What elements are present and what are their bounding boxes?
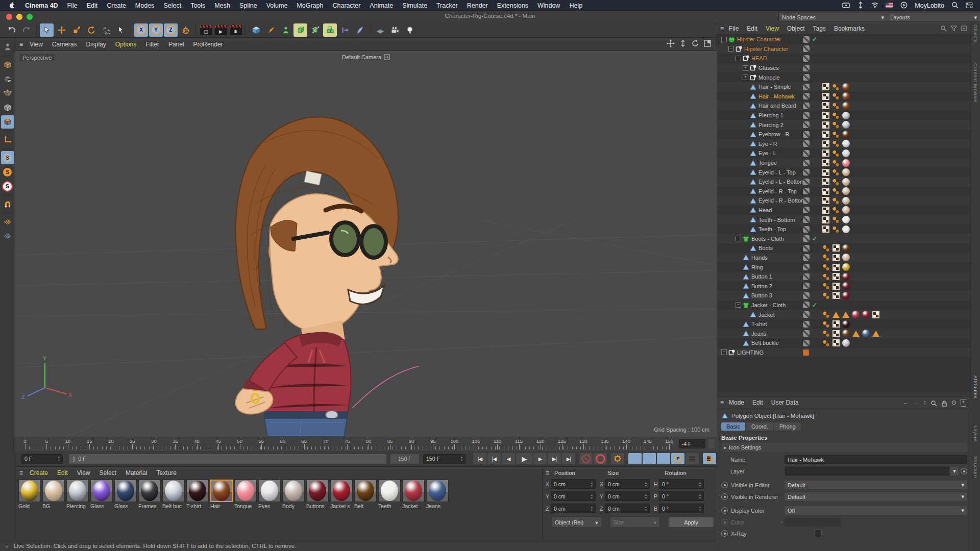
- weight-tag-icon[interactable]: [832, 92, 840, 100]
- expand-toggle-icon[interactable]: −: [736, 302, 741, 308]
- viewport-dolly-icon[interactable]: [679, 39, 687, 49]
- object-row[interactable]: Belt buckle: [717, 338, 971, 348]
- material-menu-texture[interactable]: Texture: [152, 469, 181, 477]
- object-row[interactable]: Jeans: [717, 329, 971, 338]
- material-t-shirt[interactable]: T-shirt: [186, 480, 209, 519]
- weight-tag-icon[interactable]: [832, 226, 840, 233]
- record-scale-toggle[interactable]: [643, 453, 656, 464]
- phong-tag-icon[interactable]: [872, 311, 879, 318]
- screen-record-icon[interactable]: [842, 2, 850, 10]
- edit-toggle-icon[interactable]: [803, 264, 810, 270]
- edit-toggle-icon[interactable]: [803, 340, 810, 346]
- material-menu-create[interactable]: Create: [25, 469, 53, 477]
- viewport-menu-panel[interactable]: Panel: [164, 41, 189, 48]
- edit-toggle-icon[interactable]: [803, 150, 810, 157]
- goto-end-button[interactable]: ▶|: [562, 453, 575, 464]
- edit-toggle-icon[interactable]: [803, 169, 810, 176]
- scale-icon[interactable]: [69, 23, 83, 37]
- pose-tag-icon[interactable]: [832, 312, 840, 318]
- material-tag-icon[interactable]: [842, 187, 850, 195]
- size-z-input[interactable]: 0 cm▴▾: [605, 504, 650, 513]
- menu-tools[interactable]: Tools: [186, 2, 210, 9]
- menu-mesh[interactable]: Mesh: [210, 2, 235, 9]
- record-active-objects-button[interactable]: [579, 453, 593, 464]
- node-spaces-dropdown[interactable]: Node Spaces▾: [778, 13, 888, 22]
- world-coordinate-icon[interactable]: [179, 23, 192, 37]
- hamburger-icon[interactable]: ≡: [546, 469, 549, 477]
- bookmark-add-icon[interactable]: [961, 25, 967, 32]
- animation-dot-icon[interactable]: [721, 482, 728, 488]
- generator-icon[interactable]: [279, 23, 292, 37]
- search-icon[interactable]: [930, 400, 937, 407]
- material-jacket[interactable]: Jacket: [402, 480, 425, 519]
- xray-checkbox[interactable]: [814, 530, 822, 537]
- phong-tag-icon[interactable]: [822, 159, 829, 166]
- phong-tag-icon[interactable]: [822, 197, 829, 204]
- lock-z-icon[interactable]: Z: [164, 23, 178, 37]
- edit-toggle-icon[interactable]: [803, 226, 810, 233]
- menu-edit[interactable]: Edit: [82, 2, 103, 9]
- next-frame-button[interactable]: ▶: [533, 453, 547, 464]
- spline-pen-icon[interactable]: [264, 23, 278, 37]
- keyframe-selection-button[interactable]: [611, 453, 624, 464]
- timeline-ruler[interactable]: 0510152025303540455055606570758085909510…: [15, 437, 717, 452]
- undo-icon[interactable]: [5, 23, 18, 37]
- last-tool-icon[interactable]: [114, 23, 128, 37]
- expand-toggle-icon[interactable]: −: [736, 56, 741, 61]
- object-row[interactable]: Eyelid - L - Bottom: [717, 177, 971, 187]
- model-mode-icon[interactable]: [1, 58, 14, 71]
- expand-toggle-icon[interactable]: +: [743, 74, 748, 80]
- material-tag-icon[interactable]: [842, 83, 850, 91]
- object-row[interactable]: Hair and Beard: [717, 101, 971, 111]
- workplane-icon[interactable]: [1, 215, 14, 229]
- size-y-input[interactable]: 0 cm▴▾: [605, 491, 650, 501]
- viewport-menu-filter[interactable]: Filter: [141, 41, 164, 48]
- menu-modes[interactable]: Modes: [131, 2, 159, 9]
- phong-tag-icon[interactable]: [822, 140, 829, 147]
- position-x-input[interactable]: 0 cm▴▾: [551, 479, 596, 489]
- object-row[interactable]: −Hipster Character: [717, 44, 971, 54]
- menubar-username[interactable]: MoyLobito: [915, 2, 944, 9]
- phong-tag-icon[interactable]: [822, 207, 829, 214]
- material-frames[interactable]: Frames: [138, 480, 161, 519]
- coordinate-mode-dropdown[interactable]: Object (Rel)▾: [552, 517, 601, 527]
- weight-tag-icon[interactable]: [832, 102, 840, 110]
- animation-dot-icon[interactable]: [721, 493, 728, 500]
- edit-toggle-icon[interactable]: [803, 121, 810, 128]
- material-tag-icon[interactable]: [842, 226, 850, 233]
- edit-toggle-icon[interactable]: [803, 330, 810, 337]
- edit-toggle-icon[interactable]: [803, 216, 810, 223]
- animation-dot-icon[interactable]: [721, 530, 728, 537]
- enable-axis-icon[interactable]: [1, 133, 14, 146]
- material-teeth[interactable]: Teeth: [378, 480, 401, 519]
- position-y-input[interactable]: 0 cm▴▾: [551, 491, 596, 501]
- phong-tag-icon[interactable]: [822, 121, 829, 129]
- control-center-icon[interactable]: [966, 2, 973, 10]
- rotation-b-input[interactable]: 0 °▴▾: [659, 504, 704, 513]
- material-tag-icon[interactable]: [842, 168, 850, 176]
- object-row[interactable]: Eyelid - R - Bottom: [717, 196, 971, 206]
- previous-key-button[interactable]: |◀: [487, 453, 501, 464]
- phong-tag-icon[interactable]: [822, 226, 829, 233]
- material-glass[interactable]: Glass: [90, 480, 113, 519]
- material-hair[interactable]: Hair: [210, 480, 233, 519]
- size-mode-dropdown[interactable]: Size▾: [610, 517, 660, 527]
- phong-tag-icon[interactable]: [822, 83, 829, 90]
- us-flag-icon[interactable]: [886, 2, 893, 10]
- lock-y-icon[interactable]: Y: [149, 23, 163, 37]
- om-menu-tags[interactable]: Tags: [809, 25, 830, 32]
- side-tab-objects[interactable]: Objects: [973, 24, 978, 43]
- material-gold[interactable]: Gold: [18, 480, 41, 519]
- target-icon[interactable]: ⊙: [951, 399, 957, 407]
- weight-tag-icon[interactable]: [822, 320, 830, 328]
- start-frame-input[interactable]: 0 F▴▾: [21, 454, 63, 464]
- record-rotation-toggle[interactable]: [657, 453, 670, 464]
- weight-tag-icon[interactable]: [822, 282, 830, 290]
- icon-settings-group[interactable]: ▸Icon Settings: [721, 443, 967, 452]
- edit-toggle-icon[interactable]: [803, 188, 810, 194]
- filter-icon[interactable]: [950, 25, 957, 32]
- layer-dropdown-button[interactable]: ▾: [950, 467, 959, 475]
- phong-tag-icon[interactable]: [822, 169, 829, 176]
- material-eyes[interactable]: Eyes: [258, 480, 281, 519]
- weight-tag-icon[interactable]: [832, 83, 840, 91]
